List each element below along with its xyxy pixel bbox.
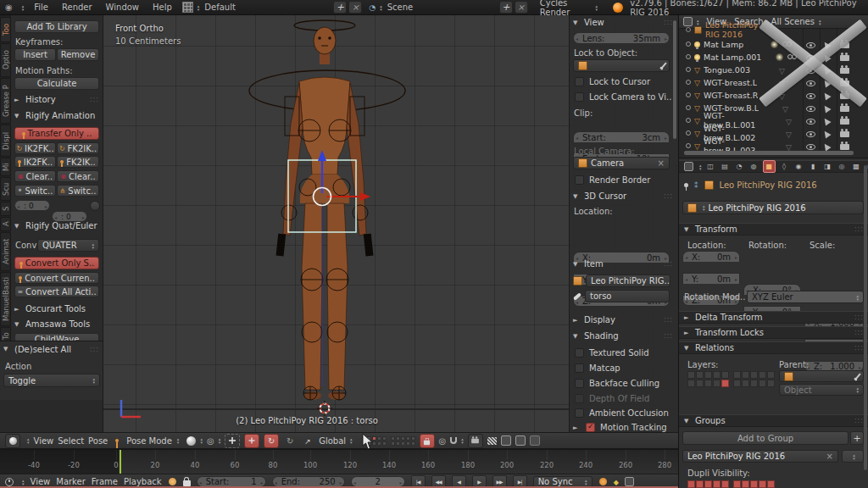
render-animation-icon[interactable] [487,437,497,445]
add-group-plus-button[interactable] [850,431,864,445]
auto-keyframe-icon[interactable] [625,477,634,486]
ik2fk-action-button[interactable]: IK2FK.. [14,156,56,168]
tab-a[interactable]: A [0,217,11,231]
keying-set-icon[interactable] [614,477,619,486]
tab-world-icon[interactable]: ◍ [748,161,760,172]
playhead[interactable] [120,450,121,474]
lens-field[interactable]: Lens:35mm [573,32,670,44]
timeline-menu-frame[interactable]: Frame [92,477,118,486]
eyedropper-icon[interactable] [854,373,860,380]
timeline-menu-playback[interactable]: Playback [124,477,162,486]
layers-grid-1[interactable] [687,371,729,387]
conv-dropdown[interactable]: QUATER [37,239,99,252]
transform-panel-header[interactable]: Transform [679,223,868,236]
scale-manipulator-button[interactable] [301,435,314,447]
tab-material-icon[interactable]: ▩ [851,161,862,172]
layout-name[interactable]: Default [201,3,331,12]
ambient-occlusion-checkbox[interactable] [575,408,584,418]
viewport-menu-pose[interactable]: Pose [88,436,108,446]
camera-icon[interactable] [840,66,849,75]
editor-switch-icon[interactable] [22,479,25,485]
amasawa-tools-panel-header[interactable]: Amasawa Tools [14,319,99,329]
eye-icon[interactable] [806,104,815,114]
remove-keyframe-button[interactable]: Remove [57,48,99,61]
scene-close-button[interactable] [515,1,528,14]
lock-to-cursor-checkbox[interactable] [575,77,584,86]
viewport-3d[interactable]: Front Ortho 10 Centimeters (2) Leo Pitch… [103,15,678,432]
convert-only-button[interactable]: Convert Only S.. [14,257,99,269]
fk2ik-button[interactable]: ↻FK2IK.. [57,142,99,154]
timeline-menu-marker[interactable]: Marker [56,477,86,486]
panel-grip-icon[interactable] [664,260,673,268]
tab-grease-pencil[interactable]: Grease P [0,78,11,124]
insert-keyframe-button[interactable]: Insert [14,48,56,61]
group-options-button[interactable] [842,450,864,463]
panel-grip-icon[interactable] [664,316,673,324]
outliner-row[interactable]: Mat Lamp.001 [679,51,868,63]
tab-object-icon[interactable]: ■ [763,160,776,173]
outliner-row[interactable]: WGT-brow.B.L.003 [679,140,868,152]
camera-icon[interactable] [840,53,849,63]
layout-browse-icon[interactable] [198,4,200,11]
properties-editor-icon[interactable] [684,162,693,171]
parent-type-dropdown[interactable]: Object [779,384,864,396]
outliner-h-scrollbar[interactable] [684,151,854,155]
loc-y-field[interactable]: Y:0m [682,273,740,284]
eyedropper-icon[interactable] [660,62,666,69]
cursor-icon[interactable] [823,104,830,114]
delta-transform-panel-header[interactable]: Delta Transform [679,311,868,324]
clear-button-a[interactable]: ⊗Clear.. [14,170,56,182]
panel-grip-icon[interactable] [854,329,864,336]
eye-icon[interactable] [806,130,815,139]
outliner-row[interactable]: Tongue.003 [679,64,868,75]
rotation-mode-dropdown[interactable]: XYZ Euler [747,291,864,303]
proportional-edit-icon[interactable] [439,436,447,446]
mode-select[interactable]: Pose Mode [126,436,172,446]
camera-icon[interactable] [840,117,849,126]
panel-grip-icon[interactable] [854,313,864,321]
layout-add-button[interactable] [333,1,347,14]
item-panel-header[interactable]: Item [573,259,673,269]
scene-name[interactable]: Scene [384,3,498,12]
tab-data-icon[interactable]: ◉ [793,161,804,172]
fk2ik-action-button[interactable]: FK2IK.. [57,156,99,168]
transform-orientation-select[interactable]: Global [319,436,346,446]
calculate-button[interactable]: Calculate [14,77,99,90]
cursor-icon[interactable] [823,130,830,139]
scene-add-button[interactable] [499,1,513,14]
panel-grip-icon[interactable] [854,225,864,233]
panel-grip-icon[interactable] [90,96,99,103]
snap-magnet-icon[interactable] [450,437,457,444]
panel-grip-icon[interactable] [854,344,864,352]
render-engine-select[interactable]: Cycles Render [540,0,592,17]
switch-button-b[interactable]: ⋔Switc.. [57,185,99,197]
breadcrumb-object-name[interactable]: Leo PitchiPoy RIG 2016 [720,180,817,190]
eye-icon[interactable] [806,79,815,88]
lock-object-field[interactable] [573,59,670,72]
backface-culling-checkbox[interactable] [575,379,584,388]
add-to-group-button[interactable]: Add to Group [682,431,849,445]
spin-option-button[interactable] [90,201,100,211]
npanel-scrollbar[interactable] [673,20,676,139]
panel-grip-icon[interactable] [664,19,673,26]
clear-icon[interactable] [658,158,665,168]
editor-switch-icon[interactable] [27,437,30,444]
editor-type-icon[interactable] [5,434,20,448]
tab-constraints-icon[interactable]: ◊ [779,161,790,172]
convert-current-button[interactable]: Convert Curren.. [14,272,99,284]
loc-x-field[interactable]: X:0m [682,251,740,262]
cursor-icon[interactable] [823,92,830,101]
action-dropdown[interactable]: Toggle [3,374,100,387]
transfer-only-button[interactable]: Transfer Only .. [14,127,99,140]
convert-all-button[interactable]: ≡Convert All Acti.. [14,286,99,297]
panel-grip-icon[interactable] [664,332,673,340]
view-panel-header[interactable]: View [573,18,673,27]
switch-button-a[interactable]: ✶Switc.. [14,185,56,197]
menu-help[interactable]: Help [149,3,175,12]
item-bone-field[interactable]: torso [585,290,670,302]
parent-field[interactable] [779,370,864,382]
layers-grid-2[interactable] [733,371,775,387]
tab-misc[interactable]: Mi [0,158,11,176]
pin-icon[interactable] [684,183,688,187]
rigify-animation-panel-header[interactable]: Rigify Animation [14,111,99,120]
